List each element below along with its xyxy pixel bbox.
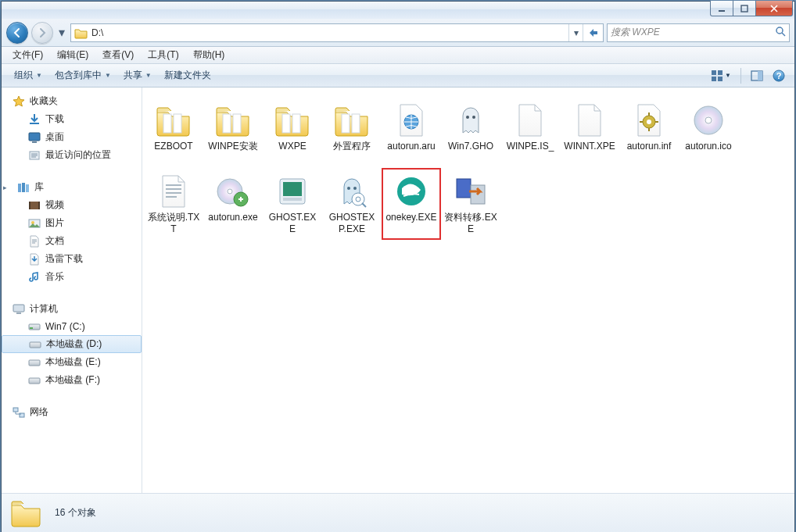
- svg-rect-12: [30, 123, 39, 124]
- file-label: GHOSTEXP.EXE: [325, 212, 378, 235]
- menu-edit[interactable]: 编辑(E): [51, 47, 95, 63]
- file-item[interactable]: EZBOOT: [144, 97, 203, 157]
- file-item[interactable]: onekey.EXE: [382, 168, 441, 240]
- sidebar-item-drive-d[interactable]: 本地磁盘 (D:): [2, 335, 142, 353]
- favorites-header[interactable]: 收藏夹: [2, 92, 142, 110]
- file-item[interactable]: autorun.inf: [619, 97, 679, 157]
- svg-rect-9: [758, 71, 762, 80]
- window-controls: [711, 1, 793, 16]
- chevron-down-icon: ▼: [725, 72, 731, 79]
- address-bar[interactable]: D:\ ▾: [70, 23, 604, 42]
- sidebar-item-pictures[interactable]: 图片: [2, 214, 142, 232]
- file-label: GHOST.EXE: [266, 212, 319, 235]
- network-header[interactable]: 网络: [2, 403, 142, 421]
- file-icon: [213, 173, 253, 210]
- nav-history-dropdown[interactable]: ▾: [56, 24, 67, 41]
- close-button[interactable]: [755, 1, 793, 16]
- file-item[interactable]: GHOSTEXP.EXE: [322, 168, 382, 240]
- address-dropdown[interactable]: ▾: [568, 24, 583, 41]
- sidebar-item-drive-c[interactable]: Win7 (C:): [2, 318, 142, 335]
- file-item[interactable]: WXPE: [263, 97, 322, 157]
- help-button[interactable]: ?: [769, 68, 788, 84]
- sidebar-item-music[interactable]: 音乐: [2, 268, 142, 286]
- svg-rect-5: [718, 70, 722, 75]
- file-item[interactable]: WINPE.IS_: [500, 97, 560, 157]
- search-box[interactable]: 搜索 WXPE: [607, 23, 790, 42]
- svg-rect-57: [283, 198, 302, 201]
- file-item[interactable]: 外置程序: [322, 97, 382, 157]
- file-icon: [153, 173, 194, 210]
- title-bar: [2, 2, 794, 19]
- file-item[interactable]: 资料转移.EXE: [441, 168, 500, 240]
- chevron-down-icon: ▼: [36, 72, 42, 79]
- file-icon: [629, 102, 669, 139]
- libraries-header[interactable]: ▸ 库: [2, 178, 142, 196]
- pictures-icon: [28, 217, 41, 230]
- minimize-button[interactable]: [710, 1, 733, 16]
- go-button[interactable]: [583, 24, 603, 41]
- file-item[interactable]: autorun.ico: [679, 97, 738, 157]
- sidebar-item-downloads[interactable]: 下载: [2, 110, 142, 128]
- sidebar-item-desktop[interactable]: 桌面: [2, 128, 142, 146]
- drive-icon: [29, 338, 41, 351]
- navigation-pane[interactable]: 收藏夹 下载 桌面 最近访问的位置 ▸: [2, 87, 142, 493]
- file-label: EZBOOT: [154, 141, 192, 152]
- nav-back-button[interactable]: [6, 22, 28, 44]
- svg-rect-25: [16, 312, 21, 314]
- expander-icon[interactable]: ▸: [3, 184, 11, 191]
- svg-rect-30: [29, 378, 40, 384]
- explorer-window: ▾ D:\ ▾ 搜索 WXPE 文件(F) 编辑(E) 查看(V) 工具(T) …: [1, 1, 795, 532]
- svg-rect-35: [223, 114, 231, 133]
- file-icon: [272, 173, 313, 210]
- computer-header[interactable]: 计算机: [2, 300, 142, 318]
- sidebar-item-drive-e[interactable]: 本地磁盘 (E:): [2, 353, 142, 371]
- svg-rect-0: [719, 10, 725, 12]
- svg-rect-18: [26, 184, 29, 192]
- file-icon: [688, 102, 729, 139]
- file-label: WXPE: [278, 141, 306, 152]
- file-item[interactable]: WINPE安装: [203, 97, 263, 157]
- file-icon: [510, 102, 550, 139]
- file-item[interactable]: WINNT.XPE: [560, 97, 619, 157]
- nav-forward-button[interactable]: [31, 22, 53, 44]
- file-item[interactable]: 系统说明.TXT: [144, 168, 203, 240]
- share-button[interactable]: 共享▼: [117, 66, 158, 85]
- view-mode-button[interactable]: ▼: [708, 68, 734, 84]
- search-icon: [775, 26, 786, 39]
- organize-button[interactable]: 组织▼: [8, 66, 48, 85]
- preview-pane-button[interactable]: [748, 68, 766, 84]
- menu-help[interactable]: 帮助(H): [187, 47, 231, 63]
- address-path: D:\: [91, 27, 568, 38]
- sidebar-item-documents[interactable]: 文档: [2, 232, 142, 250]
- svg-rect-1: [741, 5, 748, 12]
- sidebar-item-videos[interactable]: 视频: [2, 196, 142, 214]
- svg-rect-64: [457, 179, 471, 198]
- file-label: WINPE安装: [208, 141, 257, 152]
- svg-point-59: [353, 187, 357, 190]
- body: 收藏夹 下载 桌面 最近访问的位置 ▸: [2, 87, 794, 493]
- new-folder-button[interactable]: 新建文件夹: [158, 66, 217, 85]
- file-item[interactable]: autorun.aru: [382, 97, 441, 157]
- libraries-group: ▸ 库 视频 图片 文档 迅雷下载: [2, 178, 142, 286]
- menu-file[interactable]: 文件(F): [6, 47, 49, 63]
- file-item[interactable]: Win7.GHO: [441, 97, 500, 157]
- svg-point-58: [347, 187, 350, 190]
- file-item[interactable]: autorun.exe: [203, 168, 263, 240]
- video-icon: [28, 199, 41, 212]
- svg-line-62: [362, 203, 366, 207]
- menu-tools[interactable]: 工具(T): [142, 47, 185, 63]
- maximize-button[interactable]: [733, 1, 756, 16]
- file-icon: [272, 102, 313, 139]
- sidebar-item-recent[interactable]: 最近访问的位置: [2, 146, 142, 164]
- search-placeholder: 搜索 WXPE: [611, 26, 660, 39]
- file-item[interactable]: GHOST.EXE: [263, 168, 322, 240]
- computer-icon: [13, 303, 25, 316]
- address-folder-icon: [74, 27, 88, 39]
- file-list[interactable]: EZBOOTWINPE安装WXPE外置程序autorun.aruWin7.GHO…: [142, 87, 794, 493]
- menu-view[interactable]: 查看(V): [96, 47, 140, 63]
- drive-icon: [28, 356, 41, 369]
- sidebar-item-xunlei[interactable]: 迅雷下载: [2, 250, 142, 268]
- sidebar-item-drive-f[interactable]: 本地磁盘 (F:): [2, 371, 142, 389]
- include-in-library-button[interactable]: 包含到库中▼: [48, 66, 117, 85]
- file-label: autorun.ico: [685, 141, 731, 152]
